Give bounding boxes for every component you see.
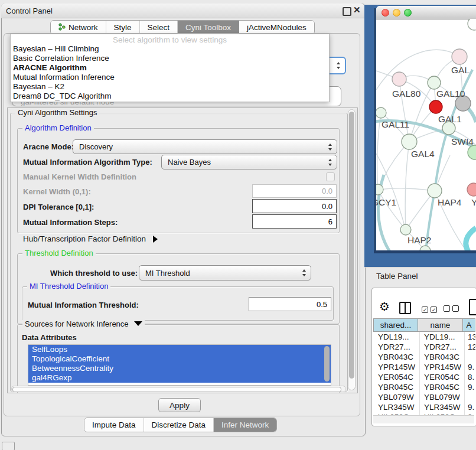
algorithm-option-bayesian-k2[interactable]: Bayesian – K2 — [11, 82, 329, 92]
network-edge[interactable] — [376, 50, 459, 90]
network-edge[interactable] — [466, 228, 476, 250]
mac-zoom-icon[interactable] — [404, 9, 412, 17]
apply-button[interactable]: Apply — [158, 398, 201, 412]
network-node[interactable] — [468, 19, 476, 30]
dpi-tolerance-field[interactable]: 0.0 — [252, 199, 337, 213]
data-attributes-list[interactable]: SelfLoopsTopologicalCoefficientBetweenne… — [28, 344, 331, 386]
network-node-gal4[interactable] — [402, 134, 417, 149]
mac-close-icon[interactable] — [382, 9, 389, 17]
algorithm-option-dream8-dc-tdc-algorithm[interactable]: Dream8 DC_TDC Algorithm — [11, 92, 329, 101]
network-window-titlebar[interactable] — [376, 6, 476, 19]
table-row[interactable]: YPR145WYPR145W9. — [373, 362, 475, 372]
table-horizontal-scrollbar[interactable] — [373, 415, 474, 423]
table-row[interactable]: YER054CYER054C8. — [373, 372, 475, 382]
table-cell: YDL19... — [424, 332, 465, 342]
table-cell: 9. — [468, 362, 475, 372]
network-edge[interactable] — [378, 188, 435, 191]
mi-steps-field[interactable]: 6 — [252, 214, 337, 229]
network-node-hap2[interactable] — [400, 224, 411, 235]
mac-minimize-icon[interactable] — [393, 9, 400, 17]
float-window-icon[interactable] — [343, 7, 351, 16]
hub-definition-toggle[interactable]: Hub/Transcription Factor Definition — [23, 234, 158, 243]
table-row[interactable]: YBR045CYBR045C9. — [373, 382, 475, 392]
manual-kernel-width-checkbox[interactable] — [326, 172, 335, 181]
attribute-item-betweennesscentrality[interactable]: BetweennessCentrality — [28, 364, 331, 373]
network-node[interactable] — [429, 100, 442, 113]
cyni-algorithm-settings-title: Cyni Algorithm Settings — [15, 108, 99, 117]
sources-title-row[interactable]: Sources for Network Inference — [22, 319, 145, 328]
control-panel-titlebar[interactable] — [1, 4, 364, 18]
node-label-swi4: SWI4 — [451, 136, 474, 146]
select-all-columns-icon[interactable]: ✓✓ — [422, 305, 439, 314]
table-row[interactable]: YDL19...YDL19...13 — [373, 332, 475, 342]
table-panel: ⚙ ✓✓ shared...nameA YDL19...YDL19...13YD… — [371, 288, 476, 426]
mi-algorithm-type-combo[interactable]: Naive Bayes — [161, 155, 337, 169]
network-node-gal11[interactable] — [376, 107, 386, 118]
list-scrollbar-thumb[interactable] — [324, 346, 330, 381]
deselect-all-columns-icon[interactable] — [444, 305, 461, 314]
node-label-gal80: GAL80 — [392, 89, 421, 99]
table-row[interactable]: YLR345WYLR345W9. — [373, 402, 475, 412]
mi-steps-label: Mutual Information Steps: — [23, 218, 118, 227]
attribute-item-gal4rgexp[interactable]: gal4RGexp — [28, 373, 331, 383]
network-node-hap4[interactable] — [428, 184, 442, 198]
tab-cyni-toolbox[interactable]: Cyni Toolbox — [178, 21, 239, 34]
hub-definition-label: Hub/Transcription Factor Definition — [23, 234, 146, 243]
tab-discretize-data[interactable]: Discretize Data — [144, 418, 214, 432]
aracne-mode-value: Discovery — [79, 142, 113, 151]
network-node-gal80[interactable] — [392, 72, 406, 86]
algorithm-popup-items: Bayesian – Hill ClimbingBasic Correlatio… — [11, 44, 329, 101]
algorithm-option-aracne-algorithm[interactable]: ARACNE Algorithm — [11, 63, 329, 73]
tab-impute-data[interactable]: Impute Data — [84, 418, 144, 432]
network-node-gcy1[interactable] — [376, 184, 383, 195]
network-edge[interactable] — [378, 190, 406, 230]
column-header-shared-[interactable]: shared... — [373, 318, 418, 332]
table-row[interactable]: YDR27...YDR27...12 — [373, 342, 475, 352]
table-row[interactable]: YBL079WYBL079W — [373, 392, 475, 402]
tab-jactivemnodules[interactable]: jActiveMNodules — [239, 21, 314, 34]
table-body: YDL19...YDL19...13YDR27...YDR27...12YBR0… — [373, 332, 475, 415]
tab-infer-network[interactable]: Infer Network — [214, 418, 276, 432]
algorithm-option-mutual-information-inference[interactable]: Mutual Information Inference — [11, 73, 329, 82]
mi-algorithm-type-label: Mutual Information Algorithm Type: — [23, 158, 152, 167]
tab-select[interactable]: Select — [140, 21, 178, 34]
network-node-y[interactable] — [467, 183, 476, 196]
network-node-gal[interactable] — [452, 49, 467, 64]
kernel-width-field[interactable]: 0.0 — [252, 184, 337, 198]
table-cell: YBR045C — [424, 382, 465, 392]
aracne-mode-combo[interactable]: Discovery — [73, 139, 337, 154]
network-edge[interactable] — [405, 142, 409, 230]
which-threshold-combo[interactable]: MI Threshold — [139, 265, 311, 281]
bottom-tabs: Impute DataDiscretize DataInfer Network — [84, 418, 277, 432]
column-view-icon[interactable] — [399, 302, 411, 314]
settings-gear-icon[interactable]: ⚙ — [379, 301, 390, 312]
vertical-scrollbar-thumb[interactable] — [349, 112, 354, 379]
horizontal-scrollbar-thumb[interactable] — [12, 387, 341, 392]
algorithm-option-bayesian-hill-climbing[interactable]: Bayesian – Hill Climbing — [11, 44, 329, 54]
table-row[interactable]: YBR043CYBR043C — [373, 352, 475, 362]
collapsed-panel-icon[interactable] — [2, 442, 15, 450]
new-table-icon[interactable] — [469, 299, 476, 315]
attribute-item-selfloops[interactable]: SelfLoops — [28, 345, 331, 354]
network-graph[interactable]: GALGAL80GAL10GAL1GAL11GAL4SWI4GCY1HAP4YH… — [376, 19, 476, 250]
sources-title: Sources for Network Inference — [25, 319, 129, 328]
spinner-arrows-icon — [337, 62, 341, 69]
table-cell: 9. — [468, 382, 475, 392]
network-node-swi4[interactable] — [468, 145, 476, 159]
dpi-tolerance-value: 0.0 — [322, 202, 332, 211]
network-node-gal10[interactable] — [428, 76, 441, 89]
tab-network[interactable]: Network — [51, 21, 106, 34]
threshold-definition-title: Threshold Definition — [22, 249, 96, 257]
node-label-hap2: HAP2 — [407, 235, 432, 245]
algorithm-option-basic-correlation-inference[interactable]: Basic Correlation Inference — [11, 54, 329, 63]
column-header-name[interactable]: name — [418, 318, 463, 332]
network-edge[interactable] — [377, 113, 381, 190]
mi-threshold-field[interactable]: 0.5 — [249, 297, 331, 311]
table-header-row: shared...nameA — [373, 318, 476, 332]
close-window-icon[interactable]: ✕ — [353, 5, 361, 15]
manual-kernel-width-label: Manual Kernel Width Definition — [23, 172, 136, 181]
tab-style[interactable]: Style — [106, 21, 140, 34]
table-cell: YDR27... — [378, 342, 419, 352]
column-header-a[interactable]: A — [463, 318, 475, 332]
attribute-item-topologicalcoefficient[interactable]: TopologicalCoefficient — [28, 354, 331, 364]
